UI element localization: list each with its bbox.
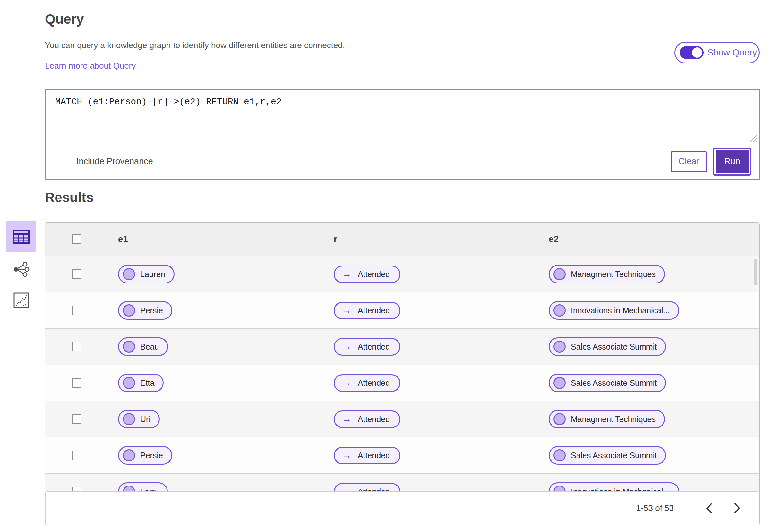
results-table: e1 r e2 Lauren → Attended Managment Tech… (45, 222, 760, 525)
row-checkbox[interactable] (72, 306, 81, 315)
toggle-knob (692, 47, 702, 58)
toggle-on-icon[interactable] (680, 46, 704, 59)
table-scrollbar[interactable] (754, 259, 757, 285)
relation-pill[interactable]: → Attended (334, 338, 401, 356)
include-provenance-checkbox[interactable] (60, 157, 69, 166)
entity-pill-e1[interactable]: Beau (118, 337, 168, 356)
arrow-right-icon: → (342, 451, 351, 460)
relation-pill[interactable]: → Attended (334, 410, 401, 428)
results-view-switcher (6, 221, 36, 314)
entity-node-icon (554, 449, 566, 461)
query-description: You can query a knowledge graph to ident… (45, 40, 345, 50)
arrow-right-icon: → (342, 270, 351, 279)
learn-more-link[interactable]: Learn more about Query (45, 61, 136, 71)
arrow-right-icon: → (342, 342, 351, 351)
chevron-left-icon[interactable] (703, 502, 715, 515)
chart-view-icon (13, 292, 29, 308)
table-row[interactable]: Beau → Attended Sales Associate Summit (45, 329, 759, 365)
entity-pill-e1[interactable]: Persie (118, 446, 172, 465)
table-row[interactable]: Persie → Attended Innovations in Mechani… (45, 292, 759, 329)
entity-node-icon (554, 341, 566, 353)
entity-node-icon (554, 413, 566, 425)
entity-pill-e1[interactable]: Persie (118, 301, 172, 320)
network-view-icon (13, 262, 30, 277)
row-checkbox[interactable] (72, 451, 81, 460)
entity-node-icon (554, 304, 566, 317)
row-checkbox[interactable] (72, 269, 81, 279)
column-header-e1[interactable]: e1 (108, 223, 324, 256)
entity-node-icon (123, 449, 135, 461)
entity-pill-e2[interactable]: Managment Techniques (549, 265, 665, 283)
pagination-bar: 1-53 of 53 (45, 491, 759, 525)
table-row[interactable]: Lauren → Attended Managment Techniques (45, 256, 759, 292)
relation-pill[interactable]: → Attended (334, 374, 401, 392)
relation-pill[interactable]: → Attended (334, 266, 401, 283)
network-view-button[interactable] (6, 256, 36, 283)
entity-node-icon (123, 377, 135, 389)
entity-pill-e2[interactable]: Sales Associate Summit (549, 374, 666, 392)
column-header-r[interactable]: r (324, 223, 539, 256)
include-provenance-label: Include Provenance (76, 156, 153, 166)
query-input[interactable] (46, 90, 759, 144)
entity-node-icon (554, 377, 566, 389)
table-row[interactable]: Persie → Attended Sales Associate Summit (45, 437, 759, 474)
column-header-e2[interactable]: e2 (539, 223, 753, 256)
relation-pill[interactable]: → Attended (334, 447, 401, 464)
arrow-right-icon: → (342, 415, 351, 424)
entity-node-icon (123, 268, 135, 280)
entity-pill-e2[interactable]: Sales Associate Summit (549, 337, 666, 356)
run-button[interactable]: Run (714, 149, 750, 174)
show-query-label: Show Query (707, 47, 757, 58)
row-checkbox[interactable] (72, 378, 81, 388)
arrow-right-icon: → (342, 306, 351, 315)
query-footer: Include Provenance Clear Run (46, 144, 759, 179)
entity-pill-e2[interactable]: Managment Techniques (549, 410, 665, 428)
table-view-button[interactable] (6, 221, 36, 252)
entity-node-icon (123, 341, 135, 353)
show-query-toggle[interactable]: Show Query (674, 42, 760, 63)
table-header-row: e1 r e2 (45, 223, 759, 256)
entity-pill-e1[interactable]: Uri (118, 410, 160, 428)
results-title: Results (45, 190, 94, 205)
entity-node-icon (123, 304, 135, 317)
entity-pill-e2[interactable]: Sales Associate Summit (549, 446, 666, 465)
entity-node-icon (554, 268, 566, 280)
table-view-icon (13, 230, 30, 244)
entity-pill-e2[interactable]: Innovations in Mechanical... (549, 301, 679, 320)
query-editor-panel: Include Provenance Clear Run (45, 89, 760, 180)
entity-pill-e1[interactable]: Etta (118, 374, 164, 392)
chart-view-button[interactable] (6, 287, 36, 314)
clear-button[interactable]: Clear (671, 151, 707, 172)
page-title-query: Query (45, 12, 84, 27)
entity-pill-e1[interactable]: Lauren (118, 265, 174, 283)
row-checkbox[interactable] (72, 414, 81, 424)
select-all-checkbox[interactable] (72, 234, 81, 244)
row-checkbox[interactable] (72, 342, 81, 351)
table-row[interactable]: Uri → Attended Managment Techniques (45, 401, 759, 437)
relation-pill[interactable]: → Attended (334, 302, 401, 319)
pagination-range: 1-53 of 53 (636, 503, 674, 513)
chevron-right-icon[interactable] (731, 502, 744, 515)
entity-node-icon (123, 413, 135, 425)
arrow-right-icon: → (342, 378, 351, 387)
table-row[interactable]: Etta → Attended Sales Associate Summit (45, 365, 759, 401)
